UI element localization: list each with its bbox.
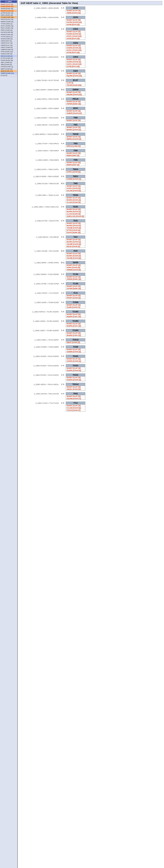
table-box-9: PRTPMANDT [CLNT (3)]SUBPR [CHAR (12)] [66, 107, 85, 115]
table-cell-30-0: MANDT [CLNT (3)] [66, 322, 85, 325]
table-cell-35-1: KOKRS [CHAR (4)] [66, 369, 85, 372]
field-jibsa: JIBSA [CHAR (5)] [0, 64, 17, 66]
cardinality-16: 0..N [60, 168, 65, 170]
table-head-4: CSKS [66, 56, 85, 59]
field-akdkr: AKDKR [CHAR (4)] [0, 34, 17, 36]
table-box-6: IFLOTCLNT (3)TPLNR [CHAR (30)] [66, 79, 85, 86]
field-subpr: SUBPR [CHAR (12)] [0, 72, 17, 74]
field-fakrl2: FAKRL [CHAR (4)] [0, 29, 17, 31]
table-head-16: T681A [66, 168, 85, 171]
relation-row-32: U_15801-FABKL = TFACD-IDENT0..NTFACDIDEN… [20, 338, 162, 344]
field-ref-26: U_15801-ASTNR = TCJ05-ASTNR [20, 282, 60, 285]
cardinality-18: {0,1} [60, 182, 65, 184]
field-txtsp: TXTSP [LANG (1)] [0, 23, 17, 25]
relation-row-34: U_15801-AKOKR = TKA01-KOKRS0..NTKA01MAND… [20, 355, 162, 362]
table-head-25: TCJ04 [66, 273, 85, 276]
table-box-16: T681AKAPPL [CHAR (2)] [66, 168, 85, 173]
table-cell-4-3: DATBI [DATS (8)] [66, 65, 85, 67]
table-head-3: CSKS [66, 42, 85, 44]
field-ref-14: U_15801-USE04 = T006-MSEHI [20, 149, 60, 152]
field-pspnr: PSPNR [NUMC (8)] [0, 5, 17, 8]
table-head-12: T001W [66, 133, 85, 136]
relation-row-12: U_15801-WERKS = T001W-WERKS0..NT001WMAND… [20, 133, 162, 140]
field-ref-31: U_15801-USE07 = TCURC-WAERS [20, 329, 60, 332]
cardinality-34: 0..N [60, 355, 65, 357]
table-cell-7-0: MANDT [CLNT (3)] [66, 91, 85, 93]
relation-row-29: U_15801-PWPOS = TCURC-WAERS0..NTCURCMAND… [20, 310, 162, 318]
field-ref-20: U_15801-JIBSA = T8J6C-SUBCLASS [20, 205, 60, 208]
table-head-26: TCJ05 [66, 282, 85, 285]
table-cell-2-3: DATBI [DATS (8)] [66, 37, 85, 39]
field-use04: USE04 [UNIT (3)] [0, 40, 17, 42]
table-box-27: TCJ1MANDT [CLNT (3)]PRART [CHAR (2)] [66, 291, 85, 299]
table-cell-6-1: TPLNR [CHAR (30)] [66, 84, 85, 86]
table-head-28: TCN00 [66, 301, 85, 304]
table-cell-21-2: VNAME [CHAR (6)] [66, 227, 85, 229]
cardinality-37: 0..N [60, 383, 65, 385]
table-box-34: TKA01MANDT [CLNT (3)]KOKRS [CHAR (4)] [66, 355, 85, 362]
table-cell-6-0: CLNT (3) [66, 82, 85, 84]
field-fakrl: FAKRL [NUMC (8)] [0, 14, 17, 16]
table-cell-10-0: MANDT [CLNT (3)] [66, 119, 85, 121]
table-head-2: CSKS [66, 28, 85, 31]
table-cell-22-3: RECID [CHAR (2)] [66, 245, 85, 248]
table-cell-21-4: FDATE [NUMC (8)] [66, 231, 85, 234]
field-ref-30: U_15801-USE06 = TCURC-WAERS [20, 320, 60, 322]
table-box-28: TCN00MANDT [CLNT (3)]SLWID [CHAR (7)] [66, 301, 85, 308]
table-cell-3-3: DATBI [DATS (8)] [66, 52, 85, 54]
cardinality-0: 0..N [60, 6, 65, 9]
table-cell-29-0: MANDT [CLNT (3)] [66, 313, 85, 315]
field-ref-28: U_15801-SLWID = TCN00-SLWID [20, 301, 60, 304]
table-cell-0-1: AENR [CHAR (12)] [66, 12, 85, 14]
table-cell-3-2: KOSTL [CHAR (10)] [66, 49, 85, 52]
field-ref-37: U_15801-ABGSL = TKKAA-ABGSL [20, 383, 60, 386]
table-cell-1-0: MANDT [CLNT (3)] [66, 19, 85, 21]
cardinality-27: 0..N [60, 291, 65, 294]
table-head-5: EQUI [66, 70, 85, 72]
field-ref-23: U_15801-VNAME = T8JV-VNAME [20, 249, 60, 252]
table-cell-33-1: GSBER [CHAR (4)] [66, 351, 85, 353]
relation-row-5: U_15801-EQUNR = EQUI-EQUNR0..NEQUIMANDT … [20, 69, 162, 77]
field-kalsm: KALSM [CHAR (6)] [0, 31, 17, 33]
table-cell-24-2: VERNR [CHAR (6)] [66, 269, 85, 271]
relation-row-10: U_15801-MANDT = T000-MANDT0..NT000MANDT … [20, 116, 162, 122]
left-panel: U_15801 MANDT [CLNT (3)] PSPNR [NUMC (8)… [0, 0, 18, 868]
field-home: HOME [CHAR (8)] [0, 53, 17, 55]
table-cell-1-1: KSTRG [CHAR (12)] [66, 21, 85, 24]
cardinality-29: 0..N [60, 310, 65, 313]
relation-row-28: U_15801-SLWID = TCN00-SLWID0..NTCN00MAND… [20, 301, 162, 308]
table-cell-14-0: MANDT [CLNT (3)] [66, 152, 85, 154]
table-cell-26-1: ASTNR [NUMC (8)] [66, 287, 85, 289]
page-header: SAP ABAP table U_15801 (Generated Table … [20, 1, 162, 5]
table-cell-8-1: PSPNR [NUMC (8)] [66, 103, 85, 105]
table-box-19: T8J6AMANDT [CLNT (3)]BUKRS [CHAR (4)]CLA… [66, 194, 85, 204]
table-head-10: T000 [66, 117, 85, 119]
table-box-36: TKA01MANDT [CLNT (3)]KOKRS [CHAR (4)] [66, 373, 85, 381]
relation-row-17: U_15801-KVEWE = T681V-KVEWE0..NT681VKVEW… [20, 175, 162, 180]
cardinality-10: 0..N [60, 116, 65, 119]
table-box-35: TKA01MANDT [CLNT (3)]KOKRS [CHAR (4)] [66, 364, 85, 372]
table-box-22: T8JJMANDT [CLNT (3)]BUKRS [CHAR (4)]VNAM… [66, 236, 85, 248]
table-cell-34-1: KOKRS [CHAR (4)] [66, 360, 85, 362]
field-ref-12: U_15801-WERKS = T001W-WERKS [20, 133, 60, 135]
table-box-33: TGSBMANDT [CLNT (3)]GSBER [CHAR (4)] [66, 345, 85, 353]
cardinality-3: 0..N [60, 41, 65, 44]
relation-row-24: U_15801-IMPRF = TAPRF-IVPRO{0,1}TAPRFMAN… [20, 261, 162, 271]
table-head-35: TKA01 [66, 364, 85, 367]
field-zschm: ZSCHM [CHAR (7)] [0, 66, 17, 68]
relation-row-2: U_15801-AKSTL = CSKS-KOSTL0..NCSKSMANDT … [20, 28, 162, 40]
field-akstl: AKSTL [CHAR (10)] [0, 25, 17, 27]
table-box-21: T8JGMANDT [CLNT (3)]BUKRS [CHAR (4)]VNAM… [66, 219, 85, 234]
relation-row-26: U_15801-ASTNR = TCJ05-ASTNR0..NTCJ05MAND… [20, 282, 162, 290]
cardinality-9: 0..N [60, 107, 65, 109]
table-cell-23-1: BUKRS [CHAR (4)] [66, 255, 85, 257]
table-head-17: T681V [66, 175, 85, 178]
relation-row-30: U_15801-USE06 = TCURC-WAERS0..NTCURCMAND… [20, 320, 162, 327]
table-head-34: TKA01 [66, 355, 85, 358]
table-head-6: IFLOT [66, 79, 85, 82]
table-cell-29-1: WAERS [CUKY (5)] [66, 315, 85, 318]
field-recid: RECID [CHAR (2)] [0, 55, 17, 57]
table-cell-20-0: MANDT [CLNT (3)] [66, 208, 85, 211]
table-box-15: T006MANDT [CLNT (3)]MSEHI [UNIT (3)] [66, 158, 85, 166]
table-cell-11-0: MANDT [CLNT (3)] [66, 126, 85, 129]
